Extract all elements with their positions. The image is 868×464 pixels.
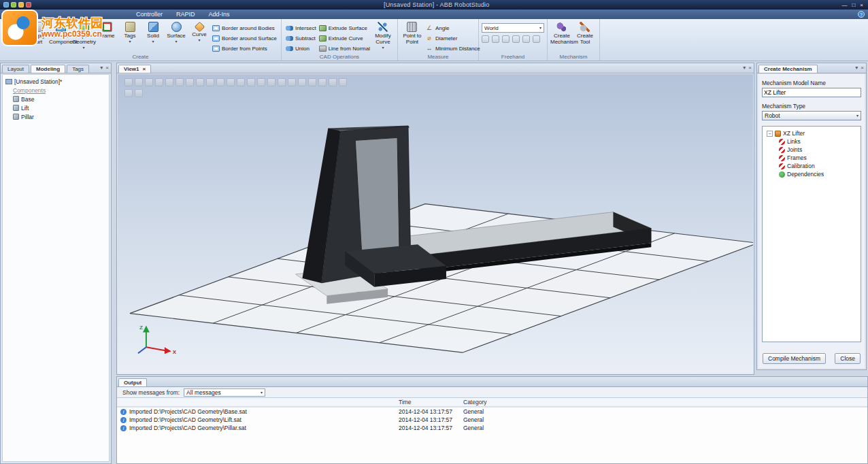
viewport-toolbar-icon[interactable] <box>216 78 224 86</box>
close-icon[interactable]: × <box>748 65 752 71</box>
jog-joint-icon[interactable] <box>502 35 510 43</box>
redo-icon[interactable] <box>26 2 31 7</box>
minimize-button[interactable]: — <box>841 2 847 8</box>
tree-item-base[interactable]: Base <box>3 95 109 103</box>
move-icon[interactable] <box>482 35 489 43</box>
save-icon[interactable] <box>11 2 16 7</box>
tree-item-pillar[interactable]: Pillar <box>3 112 109 121</box>
tree-item-lift[interactable]: Lift <box>3 103 109 112</box>
import-geometry-button[interactable]: Import Geometry ▾ <box>72 20 95 53</box>
border-from-points-button[interactable]: Border from Points <box>211 44 278 53</box>
ribbon-tab-controller[interactable]: Controller <box>129 10 169 18</box>
border-around-surface-button[interactable]: Border around Surface <box>211 33 278 43</box>
viewport-toolbar-icon[interactable] <box>339 78 347 86</box>
surface-button[interactable]: Surface ▾ <box>165 20 188 53</box>
smart-component-button[interactable]: Smart Component <box>49 20 72 53</box>
mechanism-type-select[interactable]: Robot ▾ <box>762 111 861 120</box>
viewport-toolbar-icon[interactable] <box>329 78 337 86</box>
extrude-surface-button[interactable]: Extrude Surface <box>318 23 371 33</box>
tree-item-station[interactable]: [Unsaved Station]* <box>3 77 109 86</box>
viewport-toolbar-icon[interactable] <box>227 78 235 86</box>
app-icon[interactable] <box>3 2 9 7</box>
collapse-icon[interactable]: − <box>767 131 773 137</box>
viewport-toolbar-icon[interactable] <box>155 78 163 86</box>
tree-item-components[interactable]: Components <box>3 86 109 95</box>
pin-icon[interactable]: ▾ <box>743 65 746 71</box>
output-row[interactable]: i Imported D:\Projects\CAD Geometry\Pill… <box>117 424 867 432</box>
create-mechanism-button[interactable]: Create Mechanism <box>550 20 573 53</box>
message-filter-select[interactable]: All messages ▾ <box>184 388 265 397</box>
pin-icon[interactable]: ▾ <box>855 65 858 71</box>
modify-curve-button[interactable]: Modify Curve ▾ <box>371 20 395 53</box>
tab-modeling[interactable]: Modeling <box>31 65 65 73</box>
tags-button[interactable]: Tags ▾ <box>118 20 141 53</box>
viewport-toolbar-icon[interactable] <box>135 89 143 97</box>
hand-icon[interactable] <box>533 35 540 43</box>
ribbon-tab-addins[interactable]: Add-Ins <box>202 10 237 18</box>
solid-button[interactable]: Solid ▾ <box>141 20 165 53</box>
maximize-button[interactable]: □ <box>852 2 855 8</box>
frame-button[interactable]: Frame <box>95 20 118 53</box>
ribbon-tab-rapid[interactable]: RAPID <box>169 10 202 18</box>
viewport-toolbar-icon[interactable] <box>165 78 173 86</box>
tab-output[interactable]: Output <box>118 378 147 386</box>
viewport-toolbar-icon[interactable] <box>145 78 153 86</box>
viewport-toolbar-icon[interactable] <box>247 78 255 86</box>
output-row[interactable]: i Imported D:\Projects\CAD Geometry\Lift… <box>117 416 867 424</box>
minimum-distance-button[interactable]: Minimum Distance <box>424 44 475 53</box>
angle-button[interactable]: Angle <box>424 23 475 33</box>
viewport-toolbar-icon[interactable] <box>186 78 194 86</box>
viewport-toolbar-icon[interactable] <box>318 78 327 86</box>
pin-icon[interactable]: ▾ <box>100 65 103 71</box>
mechanism-model-name-input[interactable] <box>762 88 861 97</box>
mechanism-tree-links[interactable]: Links <box>764 137 859 146</box>
help-icon[interactable]: ? <box>858 11 865 18</box>
viewport-toolbar-icon[interactable] <box>298 78 306 86</box>
close-button[interactable]: × <box>860 2 863 8</box>
viewport-toolbar-icon[interactable] <box>257 78 265 86</box>
reference-coordinate-select[interactable]: World ▾ <box>482 23 544 33</box>
undo-icon[interactable] <box>18 2 24 7</box>
subtract-button[interactable]: Subtract <box>284 33 318 43</box>
viewport-toolbar-icon[interactable] <box>237 78 245 86</box>
mechanism-tree-frames[interactable]: Frames <box>764 154 859 162</box>
viewport-toolbar-icon[interactable] <box>206 78 214 86</box>
close-panel-button[interactable]: Close <box>835 353 861 364</box>
union-button[interactable]: Union <box>284 44 318 53</box>
line-from-normal-button[interactable]: Line from Normal <box>318 44 371 53</box>
3d-viewport[interactable]: X Z <box>118 74 753 374</box>
viewport-toolbar-icon[interactable] <box>288 78 296 86</box>
close-icon[interactable]: × <box>861 65 864 71</box>
compile-mechanism-button[interactable]: Compile Mechanism <box>763 353 826 364</box>
tab-tags[interactable]: Tags <box>67 65 89 73</box>
create-tool-button[interactable]: Create Tool <box>573 20 597 53</box>
viewport-toolbar-icon[interactable] <box>196 78 204 86</box>
output-row[interactable]: i Imported D:\Projects\CAD Geometry\Base… <box>117 408 867 416</box>
mechanism-tree-joints[interactable]: Joints <box>764 146 859 154</box>
extrude-curve-button[interactable]: Extrude Curve <box>318 33 371 43</box>
viewport-toolbar-icon[interactable] <box>176 78 184 86</box>
viewport-toolbar-icon[interactable] <box>124 89 133 97</box>
view-close-icon[interactable]: × <box>143 66 146 72</box>
jog-linear-icon[interactable] <box>512 35 520 43</box>
mechanism-tree-calibration[interactable]: Calibration <box>764 162 859 170</box>
empty-part-button[interactable]: Empty Part <box>26 20 49 53</box>
viewport-toolbar-icon[interactable] <box>135 78 143 86</box>
mechanism-tree-dependencies[interactable]: Dependencies <box>764 170 859 178</box>
component-group-button[interactable]: Component Group <box>3 20 26 53</box>
point-to-point-button[interactable]: Point to Point <box>401 20 424 53</box>
tab-view1[interactable]: View1 × <box>118 65 151 73</box>
viewport-toolbar-icon[interactable] <box>308 78 316 86</box>
intersect-button[interactable]: Intersect <box>284 23 318 33</box>
viewport-toolbar-icon[interactable] <box>278 78 286 86</box>
border-around-bodies-button[interactable]: Border around Bodies <box>211 23 278 33</box>
curve-button[interactable]: Curve ▾ <box>188 20 211 53</box>
tab-layout[interactable]: Layout <box>2 65 29 73</box>
jog-reorient-icon[interactable] <box>522 35 530 43</box>
viewport-toolbar-icon[interactable] <box>124 78 133 86</box>
viewport-toolbar-icon[interactable] <box>267 78 276 86</box>
mechanism-tree-root[interactable]: − XZ Lifter <box>764 129 859 137</box>
rotate-icon[interactable] <box>492 35 499 43</box>
diameter-button[interactable]: Diameter <box>424 33 475 43</box>
close-icon[interactable]: × <box>105 65 109 71</box>
